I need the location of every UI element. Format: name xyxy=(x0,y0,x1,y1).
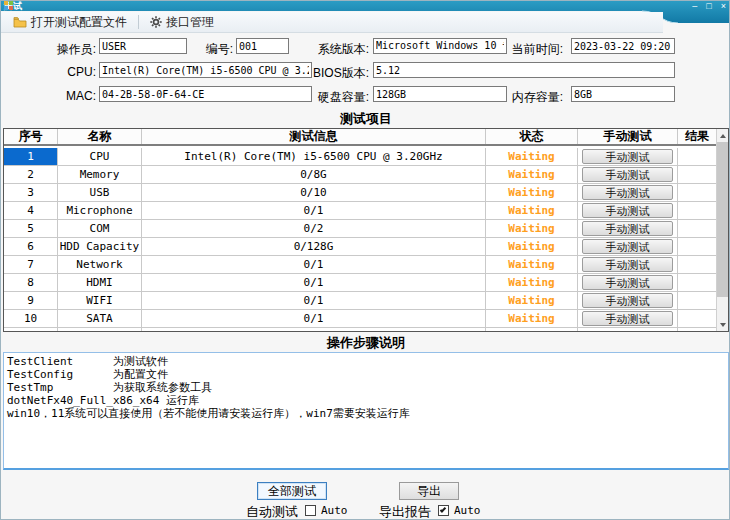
cell-info[interactable]: 0/1 xyxy=(142,292,486,309)
cell-name[interactable]: Network xyxy=(58,256,142,273)
cell-info[interactable]: 0/1 xyxy=(142,202,486,219)
cell-info[interactable]: 0/128G xyxy=(142,238,486,255)
table-row: 10SATA0/1Waiting手动测试 xyxy=(4,310,716,328)
serial-input[interactable] xyxy=(236,38,289,54)
cell-result xyxy=(678,310,716,327)
export-report-checkbox[interactable] xyxy=(438,505,449,516)
mac-input[interactable] xyxy=(99,86,312,102)
cpu-input[interactable] xyxy=(99,62,312,78)
cell-no[interactable]: 10 xyxy=(4,310,58,327)
cell-result xyxy=(678,166,716,183)
manual-test-button[interactable]: 手动测试 xyxy=(582,149,673,164)
table-row: 4Microphone0/1Waiting手动测试 xyxy=(4,202,716,220)
scroll-up-icon[interactable] xyxy=(717,129,728,142)
manual-test-button[interactable]: 手动测试 xyxy=(582,311,673,326)
cell-manual: 手动测试 xyxy=(578,238,678,255)
cell-name[interactable]: SATA xyxy=(58,310,142,327)
cell-no[interactable]: 8 xyxy=(4,274,58,291)
scroll-down-icon[interactable] xyxy=(717,318,728,331)
operator-input[interactable] xyxy=(99,38,187,54)
cell-info[interactable]: 0/1 xyxy=(142,274,486,291)
cell-no[interactable]: 1 xyxy=(4,148,58,165)
export-button[interactable]: 导出 xyxy=(399,482,459,500)
serial-label: 编号: xyxy=(197,41,233,58)
cell-no[interactable]: 5 xyxy=(4,220,58,237)
cell-status: Waiting xyxy=(486,256,578,273)
table-scrollbar[interactable] xyxy=(716,129,728,331)
cell-name[interactable]: USB xyxy=(58,184,142,201)
manual-test-button[interactable]: 手动测试 xyxy=(582,275,673,290)
cell-name[interactable]: WIFI xyxy=(58,292,142,309)
manual-test-button[interactable]: 手动测试 xyxy=(582,293,673,308)
os-version-label: 系统版本: xyxy=(313,41,369,58)
cell-info[interactable]: 0/8G xyxy=(142,166,486,183)
toolbar: 打开测试配置文件 接口管理 xyxy=(1,12,663,33)
cell-status: Waiting xyxy=(486,202,578,219)
table-row: 6HDD Capacity0/128GWaiting手动测试 xyxy=(4,238,716,256)
cell-name[interactable]: Microphone xyxy=(58,202,142,219)
header-manual: 手动测试 xyxy=(578,129,678,144)
current-time-input[interactable] xyxy=(571,38,675,54)
table-row: 9WIFI0/1Waiting手动测试 xyxy=(4,292,716,310)
cell-result xyxy=(678,256,716,273)
cell-name[interactable]: COM xyxy=(58,220,142,237)
app-window: 测试 – □ × 打开测试配置文件 xyxy=(0,0,730,520)
empty-cell xyxy=(678,328,716,331)
cell-status: Waiting xyxy=(486,166,578,183)
gear-icon xyxy=(150,16,162,28)
cell-name[interactable]: HDMI xyxy=(58,274,142,291)
table-header-row: 序号 名称 测试信息 状态 手动测试 结果 xyxy=(4,129,716,146)
open-folder-icon xyxy=(13,16,27,28)
cell-no[interactable]: 2 xyxy=(4,166,58,183)
test-all-button[interactable]: 全部测试 xyxy=(257,482,327,500)
table-row: 1CPUIntel(R) Core(TM) i5-6500 CPU @ 3.20… xyxy=(4,148,716,166)
instructions-box: TestClient 为测试软件 TestConfig 为配置文件 TestTm… xyxy=(3,352,729,470)
manual-test-button[interactable]: 手动测试 xyxy=(582,257,673,272)
scrollbar-thumb[interactable] xyxy=(717,142,728,297)
interface-mgmt-button[interactable]: 接口管理 xyxy=(143,11,221,34)
instructions-text: TestClient 为测试软件 TestConfig 为配置文件 TestTm… xyxy=(4,353,728,422)
cell-name[interactable]: Memory xyxy=(58,166,142,183)
open-config-button[interactable]: 打开测试配置文件 xyxy=(6,11,134,34)
bios-version-label: BIOS版本: xyxy=(313,65,369,82)
cell-manual: 手动测试 xyxy=(578,202,678,219)
maximize-button[interactable]: □ xyxy=(706,2,711,11)
minimize-button[interactable]: – xyxy=(692,2,697,11)
cell-info[interactable]: 0/1 xyxy=(142,256,486,273)
cell-status: Waiting xyxy=(486,292,578,309)
cell-info[interactable]: 0/1 xyxy=(142,310,486,327)
cell-manual: 手动测试 xyxy=(578,310,678,327)
cell-info[interactable]: 0/10 xyxy=(142,184,486,201)
manual-test-button[interactable]: 手动测试 xyxy=(582,203,673,218)
cell-name[interactable]: HDD Capacity xyxy=(58,238,142,255)
header-result: 结果 xyxy=(678,129,716,144)
table-row: 3USB0/10Waiting手动测试 xyxy=(4,184,716,202)
cell-status: Waiting xyxy=(486,238,578,255)
auto-test-checkbox[interactable] xyxy=(305,505,316,516)
cell-no[interactable]: 4 xyxy=(4,202,58,219)
header-info: 测试信息 xyxy=(142,129,486,144)
manual-test-button[interactable]: 手动测试 xyxy=(582,185,673,200)
hdd-capacity-input[interactable] xyxy=(373,86,507,102)
header-status: 状态 xyxy=(486,129,578,144)
close-button[interactable]: × xyxy=(721,2,726,11)
manual-test-button[interactable]: 手动测试 xyxy=(582,239,673,254)
cell-status: Waiting xyxy=(486,184,578,201)
manual-test-button[interactable]: 手动测试 xyxy=(582,167,673,182)
empty-cell xyxy=(578,328,678,331)
header-no: 序号 xyxy=(4,129,58,144)
cell-no[interactable]: 9 xyxy=(4,292,58,309)
cell-no[interactable]: 6 xyxy=(4,238,58,255)
cell-no[interactable]: 3 xyxy=(4,184,58,201)
cell-result xyxy=(678,202,716,219)
cell-info[interactable]: Intel(R) Core(TM) i5-6500 CPU @ 3.20GHz xyxy=(142,148,486,165)
cell-name[interactable]: CPU xyxy=(58,148,142,165)
bios-version-input[interactable] xyxy=(373,62,675,78)
open-config-label: 打开测试配置文件 xyxy=(31,14,127,31)
os-version-input[interactable] xyxy=(373,38,507,54)
ram-capacity-input[interactable] xyxy=(571,86,675,102)
cell-info[interactable]: 0/2 xyxy=(142,220,486,237)
cell-manual: 手动测试 xyxy=(578,220,678,237)
manual-test-button[interactable]: 手动测试 xyxy=(582,221,673,236)
cell-no[interactable]: 7 xyxy=(4,256,58,273)
